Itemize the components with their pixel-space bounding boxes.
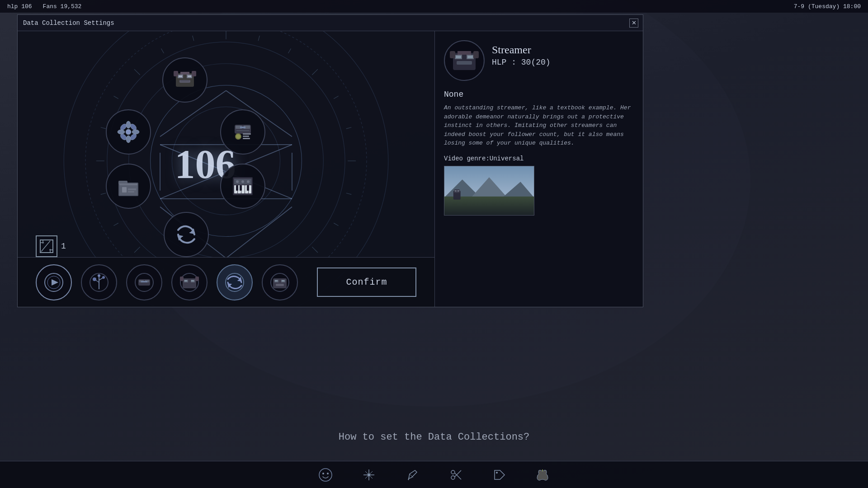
nav-apple[interactable] xyxy=(534,467,551,483)
svg-rect-51 xyxy=(180,72,189,75)
svg-line-10 xyxy=(288,48,291,53)
svg-rect-133 xyxy=(456,56,461,58)
nav-bar xyxy=(0,461,868,488)
svg-rect-70 xyxy=(243,136,249,137)
svg-rect-118 xyxy=(184,280,187,282)
svg-point-53 xyxy=(126,121,131,128)
svg-rect-49 xyxy=(174,71,178,76)
svg-line-31 xyxy=(193,36,194,41)
dialog-content: 106 xyxy=(18,31,643,307)
icon-bow-tie[interactable] xyxy=(220,109,265,155)
svg-rect-71 xyxy=(243,138,250,139)
svg-line-9 xyxy=(258,36,259,41)
bottom-icon-branch[interactable] xyxy=(81,264,117,300)
svg-point-55 xyxy=(118,130,125,134)
bottom-character-svg xyxy=(178,271,201,294)
character-face-svg xyxy=(171,66,198,94)
svg-rect-46 xyxy=(188,75,191,77)
svg-point-4 xyxy=(151,85,302,237)
svg-point-150 xyxy=(327,473,329,474)
svg-line-161 xyxy=(455,470,461,477)
svg-line-30 xyxy=(161,48,164,53)
icon-sync[interactable] xyxy=(164,212,209,257)
svg-rect-146 xyxy=(455,190,457,192)
icon-snowflake[interactable] xyxy=(106,109,151,155)
nav-scissors[interactable] xyxy=(448,467,464,483)
svg-rect-121 xyxy=(195,277,199,281)
avatar-svg xyxy=(448,45,480,76)
svg-rect-119 xyxy=(191,280,194,282)
svg-point-155 xyxy=(368,474,370,476)
svg-rect-66 xyxy=(236,130,249,131)
svg-rect-129 xyxy=(276,284,284,286)
dialog-title: Data Collection Settings xyxy=(23,19,114,27)
icon-character-top[interactable] xyxy=(162,57,208,103)
bottom-icon-bar: Confirm xyxy=(18,257,434,307)
icon-folder[interactable] xyxy=(106,164,151,209)
corner-frame-icon xyxy=(36,235,57,257)
svg-line-156 xyxy=(410,474,413,478)
svg-point-162 xyxy=(496,472,498,474)
bottom-sync-svg xyxy=(223,271,246,294)
nav-smiley[interactable] xyxy=(317,467,334,483)
svg-point-3 xyxy=(129,64,324,258)
nav-sparkle[interactable] xyxy=(361,467,377,483)
svg-rect-76 xyxy=(122,187,127,192)
svg-rect-45 xyxy=(179,75,182,77)
help-text: How to set the Data Collections? xyxy=(339,432,529,443)
left-panel: 106 xyxy=(18,31,435,307)
svg-point-91 xyxy=(241,180,244,183)
bottom-icon-sync[interactable] xyxy=(217,264,253,300)
video-genre-label: Video genre:Universal xyxy=(444,155,634,162)
svg-point-54 xyxy=(126,136,131,143)
icon-piano[interactable] xyxy=(220,164,265,209)
svg-rect-65 xyxy=(240,127,245,128)
svg-rect-83 xyxy=(241,185,245,193)
svg-rect-87 xyxy=(240,185,242,191)
corner-count: 1 xyxy=(61,242,66,251)
snowflake-svg xyxy=(115,118,142,145)
bow-tie-svg xyxy=(229,118,256,145)
frame-icon-svg xyxy=(39,239,54,253)
svg-line-23 xyxy=(134,247,140,253)
svg-rect-147 xyxy=(458,190,459,192)
svg-point-68 xyxy=(236,134,241,139)
svg-line-28 xyxy=(113,96,118,99)
close-button[interactable]: ✕ xyxy=(629,19,638,28)
streamer-hlp: HLP : 30(20) xyxy=(492,58,551,67)
svg-point-2 xyxy=(107,42,345,280)
confirm-button[interactable]: Confirm xyxy=(317,267,416,297)
trait-description: An outstanding streamer, like a textbook… xyxy=(444,103,634,148)
svg-point-107 xyxy=(102,276,105,279)
svg-point-56 xyxy=(132,130,139,134)
bottom-icon-character[interactable] xyxy=(171,264,208,300)
piano-svg xyxy=(229,173,256,200)
svg-point-61 xyxy=(126,130,131,134)
svg-line-11 xyxy=(312,69,318,75)
svg-rect-143 xyxy=(444,196,534,215)
svg-marker-101 xyxy=(52,279,58,286)
data-collection-dialog: Data Collection Settings ✕ xyxy=(17,14,643,307)
svg-point-106 xyxy=(93,277,96,281)
svg-rect-88 xyxy=(247,185,249,191)
bottom-icon-bowtie[interactable] xyxy=(126,264,162,300)
svg-rect-128 xyxy=(282,280,284,282)
camera-icon-svg xyxy=(42,271,65,294)
nav-tag[interactable] xyxy=(491,467,507,483)
svg-point-90 xyxy=(236,180,239,183)
svg-line-29 xyxy=(134,69,140,75)
dialog-title-bar: Data Collection Settings ✕ xyxy=(18,15,643,31)
sync-arrows-svg xyxy=(173,221,200,248)
folder-svg xyxy=(115,173,142,200)
branch-icon-svg xyxy=(88,271,110,294)
bottom-icon-character2[interactable] xyxy=(262,264,298,300)
top-bar: hlp 106 Fans 19,532 7-9 (Tuesday) 18:00 xyxy=(0,0,868,13)
svg-line-15 xyxy=(346,193,352,194)
svg-line-13 xyxy=(346,127,352,129)
corner-icon-area: 1 xyxy=(36,235,66,257)
svg-point-108 xyxy=(98,274,100,277)
nav-pen[interactable] xyxy=(404,467,420,483)
streamer-name: Streamer xyxy=(492,44,551,56)
bottom-icon-camera[interactable] xyxy=(36,264,72,300)
svg-rect-48 xyxy=(180,80,189,81)
